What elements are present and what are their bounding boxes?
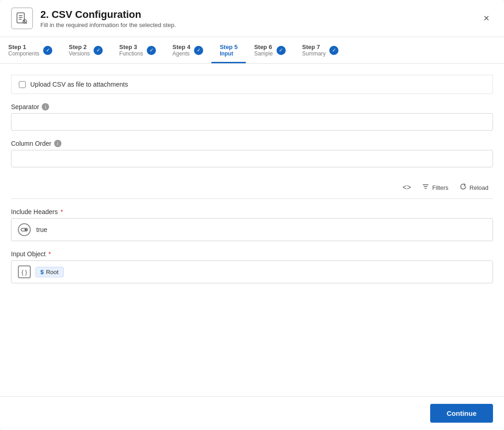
step2-name: Step 2 (69, 44, 90, 50)
svg-point-9 (25, 229, 27, 231)
modal-footer: Continue (0, 396, 504, 430)
modal-title-block: 2. CSV Configuration Fill in the require… (40, 9, 472, 28)
close-button[interactable]: × (480, 11, 493, 25)
step5-name: Step 5 (220, 44, 238, 50)
step5-label: Input (220, 50, 238, 57)
reload-icon (460, 183, 467, 192)
modal-subtitle: Fill in the required information for the… (40, 22, 472, 28)
code-view-button[interactable]: <> (398, 181, 416, 194)
step4-label: Agents (172, 50, 190, 57)
step-item-2[interactable]: Step 2 Versions ✓ (61, 37, 111, 63)
step-item-3[interactable]: Step 3 Functions ✓ (111, 37, 164, 63)
column-order-input[interactable] (11, 150, 493, 167)
input-object-field: { } $ Root (11, 260, 493, 283)
input-object-required: * (49, 250, 51, 258)
toolbar-row: <> Filters (11, 176, 493, 199)
object-icon: { } (18, 265, 31, 278)
step4-name: Step 4 (172, 44, 190, 50)
step3-name: Step 3 (119, 44, 143, 50)
step1-label: Components (8, 50, 39, 57)
continue-button[interactable]: Continue (430, 404, 493, 423)
reload-label: Reload (470, 184, 488, 191)
step-item-5[interactable]: Step 5 Input (211, 37, 246, 63)
separator-input[interactable] (11, 113, 493, 131)
input-object-row: Input Object * { } $ Root (11, 250, 493, 283)
separator-label: Separator i (11, 103, 493, 110)
modal-icon (11, 7, 33, 29)
include-headers-field: true (11, 218, 493, 241)
object-tag-dollar: $ (40, 269, 44, 276)
upload-csv-row: Upload CSV as file to attachments (11, 75, 493, 94)
modal: 2. CSV Configuration Fill in the require… (0, 0, 504, 430)
step7-label: Summary (302, 50, 326, 57)
step-item-1[interactable]: Step 1 Components ✓ (0, 37, 61, 63)
include-headers-value: true (36, 226, 47, 233)
code-icon: <> (403, 183, 411, 192)
filters-button[interactable]: Filters (417, 180, 453, 195)
step3-check: ✓ (147, 46, 156, 55)
include-headers-row: Include Headers * true (11, 208, 493, 241)
reload-button[interactable]: Reload (455, 180, 493, 195)
upload-csv-label[interactable]: Upload CSV as file to attachments (30, 81, 128, 88)
step6-check: ✓ (277, 46, 286, 55)
input-object-label: Input Object * (11, 250, 493, 258)
input-object-tag[interactable]: $ Root (35, 267, 64, 277)
step4-check: ✓ (194, 46, 203, 55)
include-headers-required: * (61, 208, 63, 215)
step3-label: Functions (119, 50, 143, 57)
step1-check: ✓ (43, 46, 52, 55)
step2-label: Versions (69, 50, 90, 57)
step2-check: ✓ (94, 46, 103, 55)
column-order-row: Column Order i (11, 140, 493, 167)
step-item-7[interactable]: Step 7 Summary ✓ (294, 37, 347, 63)
modal-header: 2. CSV Configuration Fill in the require… (0, 0, 504, 37)
step7-check: ✓ (329, 46, 338, 55)
column-order-info-icon: i (54, 140, 61, 147)
modal-content: Upload CSV as file to attachments Separa… (0, 64, 504, 396)
filters-label: Filters (432, 184, 448, 191)
step7-name: Step 7 (302, 44, 326, 50)
steps-nav: Step 1 Components ✓ Step 2 Versions ✓ St… (0, 37, 504, 64)
modal-title: 2. CSV Configuration (40, 9, 472, 21)
object-tag-label: Root (46, 269, 58, 276)
column-order-label: Column Order i (11, 140, 493, 147)
filters-icon (422, 183, 429, 192)
step-item-6[interactable]: Step 6 Sample ✓ (246, 37, 294, 63)
separator-row: Separator i (11, 103, 493, 131)
upload-csv-checkbox[interactable] (19, 81, 26, 88)
step1-name: Step 1 (8, 44, 39, 50)
separator-info-icon: i (42, 103, 49, 110)
step-item-4[interactable]: Step 4 Agents ✓ (164, 37, 211, 63)
step6-name: Step 6 (254, 44, 273, 50)
toggle-icon (18, 223, 31, 236)
step6-label: Sample (254, 50, 273, 57)
include-headers-label: Include Headers * (11, 208, 493, 215)
